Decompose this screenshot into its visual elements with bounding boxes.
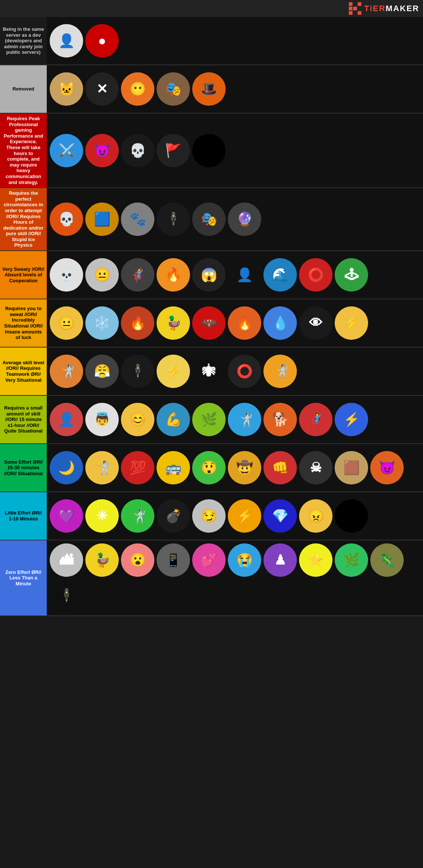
icon-symbol: ⚔️ <box>58 144 75 157</box>
tier-icon: 👁 <box>299 306 332 340</box>
icon-symbol: 💜 <box>58 509 75 523</box>
icon-symbol: ☀ <box>96 509 108 523</box>
tier-content: 🤺 😤 🕴 ⚡ 🕷 ⭕ 🤺 <box>47 348 423 395</box>
tier-icon: 😤 <box>85 355 119 388</box>
logo-grid-icon <box>349 2 361 15</box>
tier-icon: 🦎 <box>370 543 404 577</box>
tier-icon: 🦸 <box>121 258 154 292</box>
icon-symbol: 🎭 <box>165 82 182 96</box>
icon-symbol: 🌊 <box>272 268 289 282</box>
tier-icon: ☠ <box>299 451 332 484</box>
icon-symbol: 🤺 <box>58 365 75 378</box>
tier-icon: 🕴 <box>121 355 154 388</box>
icon-symbol: 🦇 <box>201 316 217 330</box>
icon-symbol: 😈 <box>379 461 396 474</box>
tier-icon: 🤺 <box>228 403 261 436</box>
tier-icon: 😏 <box>192 499 226 533</box>
tier-icon: 😠 <box>299 499 332 533</box>
icon-symbol: 💎 <box>272 509 289 523</box>
icon-symbol: 🚌 <box>165 461 182 474</box>
icon-symbol: 🟫 <box>343 461 360 474</box>
icon-symbol: 🤺 <box>94 461 111 474</box>
icon-symbol: 🎩 <box>201 82 217 96</box>
header: TiERMAKER <box>0 0 423 17</box>
tier-icon: 😈 <box>370 451 404 484</box>
tier-label: Some Effort ØR// 15-30 minutes //OR// Si… <box>0 444 47 491</box>
icon-symbol: 🌿 <box>201 413 217 426</box>
icon-symbol: 🌿 <box>343 553 360 567</box>
tier-icon: 💀 <box>50 203 83 236</box>
logo-cell <box>353 2 357 6</box>
tier-icon: 📱 <box>157 543 190 577</box>
icon-symbol: ⚡ <box>236 509 253 523</box>
icon-symbol: 🌙 <box>58 461 75 474</box>
icon-symbol: 🐱 <box>58 82 75 96</box>
tier-row-peak-professional: Requires Peak Professional gaming Perfor… <box>0 114 423 188</box>
logo-cell <box>358 7 361 10</box>
tiermaker-text: TiERMAKER <box>364 4 419 13</box>
tier-icon: 😭 <box>228 543 261 577</box>
icon-symbol: 😭 <box>236 553 253 567</box>
icon-symbol: 🏙 <box>60 553 73 567</box>
icon-symbol: 🤠 <box>236 461 253 474</box>
icon-symbol: 🔥 <box>129 316 146 330</box>
icon-symbol: 🎭 <box>201 213 217 226</box>
tier-icon: ♟ <box>263 543 297 577</box>
tier-icon: 👤 <box>50 24 83 57</box>
icon-symbol: 😏 <box>201 509 217 523</box>
icon-symbol: ⭕ <box>236 365 253 378</box>
icon-symbol: 🐾 <box>129 213 146 226</box>
tier-label: Removed <box>0 65 47 113</box>
tier-icon: 🔥 <box>228 306 261 340</box>
tier-icon: 👊 <box>263 451 297 484</box>
icon-symbol: 🕷 <box>202 365 216 378</box>
icon-symbol: 🕴 <box>129 365 146 378</box>
tier-icon: 🤺 <box>121 499 154 533</box>
tier-content: 💜 ☀ 🤺 💣 😏 ⚡ 💎 😠 <box>47 492 423 540</box>
icon-symbol: 🕴 <box>58 589 75 602</box>
tier-icon: 🐕 <box>263 403 297 436</box>
tier-row-small-skill: Requires a small amount of skill //OR// … <box>0 396 423 444</box>
tier-icon: 🦆 <box>85 543 119 577</box>
tier-icon: ⚡ <box>335 306 368 340</box>
tier-icon: 🦸 <box>299 403 332 436</box>
logo-cell <box>358 2 361 6</box>
icon-symbol: ⚡ <box>343 316 360 330</box>
tier-icon: 😈 <box>85 134 119 167</box>
tier-content: 🐱 ✕ 😶 🎭 🎩 <box>47 65 423 113</box>
icon-symbol: 🚩 <box>165 144 182 157</box>
tiermaker-logo: TiERMAKER <box>349 2 419 15</box>
icon-symbol: 😱 <box>201 268 217 282</box>
tier-content: 💀 🟦 🐾 🕴 🎭 🔮 <box>47 188 423 250</box>
tier-icon: 💀 <box>121 134 154 167</box>
icon-symbol: 🔮 <box>236 213 253 226</box>
tier-icon: 👼 <box>85 403 119 436</box>
icon-symbol: 👤 <box>58 34 75 47</box>
icon-symbol: 📱 <box>165 553 182 567</box>
tier-icon: 🤠 <box>228 451 261 484</box>
icon-symbol: ☠ <box>310 461 322 474</box>
tier-icon: 🚌 <box>157 451 190 484</box>
tier-icon: 🕴 <box>157 203 190 236</box>
icon-symbol: 😲 <box>201 461 217 474</box>
icon-symbol: 🦎 <box>379 553 396 567</box>
tier-row-very-sweaty: Very Sweaty //OR// Absurd levels of Coop… <box>0 251 423 299</box>
tier-icon: ❄️ <box>85 306 119 340</box>
icon-symbol: 💯 <box>129 461 146 474</box>
icon-symbol: 💀 <box>58 268 75 282</box>
tier-icon: 🔮 <box>228 203 261 236</box>
tier-icon: 🦇 <box>192 306 226 340</box>
tier-label: Being in the same server as a dev (devel… <box>0 17 47 65</box>
icon-symbol: 😮 <box>129 553 146 567</box>
tier-content: ⚔️ 😈 💀 🚩 <box>47 114 423 187</box>
tier-icon: 💪 <box>157 403 190 436</box>
icon-symbol: 😈 <box>94 144 111 157</box>
tier-label: Requires you to sweat //OR// Incredibly … <box>0 299 47 347</box>
logo-cell <box>349 7 352 10</box>
tier-icon <box>192 134 226 167</box>
tier-content: 😐 ❄️ 🔥 🦆 🦇 🔥 💧 👁 ⚡ <box>47 299 423 347</box>
tier-label: Zero Effort ØR// Less Than a Minute <box>0 540 47 615</box>
tier-icon: 👤 <box>228 258 261 292</box>
tier-icon: 💧 <box>263 306 297 340</box>
tier-icon: 💎 <box>263 499 297 533</box>
